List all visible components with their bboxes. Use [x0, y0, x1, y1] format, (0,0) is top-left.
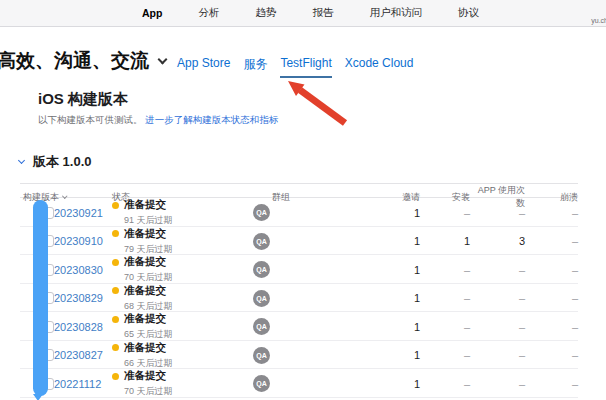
status-dot-icon: [112, 287, 119, 294]
installs-value: –: [420, 349, 470, 361]
section-title: iOS 构建版本: [38, 90, 128, 109]
invites-value: 1: [342, 349, 420, 361]
status-dot-icon: [112, 202, 119, 209]
section-description: 以下构建版本可供测试。 进一步了解构建版本状态和指标: [38, 114, 278, 127]
top-nav-items: App 分析 趋势 报告 用户和访问 协议: [142, 0, 606, 26]
invites-value: 1: [342, 321, 420, 333]
nav-item-analytics[interactable]: 分析: [198, 6, 219, 20]
build-link[interactable]: 20230921: [54, 207, 112, 219]
table-row[interactable]: 20230829 准备提交 68 天后过期 QA 1 – – –: [20, 284, 578, 313]
sort-chevron-icon: [62, 194, 67, 199]
chevron-down-icon[interactable]: [158, 54, 168, 64]
build-expiry: 79 天后过期: [124, 243, 250, 256]
build-expiry: 68 天后过期: [124, 300, 250, 313]
app-title: 高效、沟通、交流: [0, 48, 166, 74]
build-link[interactable]: 20221112: [54, 378, 112, 390]
crashes-value: –: [525, 264, 578, 276]
status-dot-icon: [112, 373, 119, 380]
app-store-connect-screen: App 分析 趋势 报告 用户和访问 协议 yu.ch 高效、沟通、交流 App…: [0, 0, 606, 400]
status-dot-icon: [112, 316, 119, 323]
learn-more-link[interactable]: 进一步了解构建版本状态和指标: [145, 114, 278, 125]
installs-value: 1: [420, 235, 470, 247]
nav-item-agreements[interactable]: 协议: [458, 6, 479, 20]
build-expiry: 70 天后过期: [124, 385, 250, 398]
crashes-value: –: [525, 321, 578, 333]
build-status: 准备提交: [124, 341, 166, 355]
build-link[interactable]: 20230830: [54, 264, 112, 276]
build-link[interactable]: 20230827: [54, 349, 112, 361]
blue-scroll-indicator[interactable]: [33, 200, 48, 396]
build-expiry: 65 天后过期: [124, 328, 250, 341]
build-link[interactable]: 20230828: [54, 321, 112, 333]
sessions-value: –: [470, 349, 525, 361]
group-qa-badge[interactable]: QA: [253, 261, 270, 278]
table-row[interactable]: 20230910 准备提交 79 天后过期 QA 1 1 3 –: [20, 227, 578, 256]
table-row[interactable]: 20230830 准备提交 70 天后过期 QA 1 – – –: [20, 255, 578, 284]
sessions-value: –: [470, 321, 525, 333]
column-header-groups: 群组: [250, 191, 342, 204]
installs-value: –: [420, 207, 470, 219]
crashes-value: –: [525, 235, 578, 247]
build-status: 准备提交: [124, 227, 166, 241]
installs-value: –: [420, 264, 470, 276]
top-navigation: App 分析 趋势 报告 用户和访问 协议: [0, 0, 606, 27]
group-qa-badge[interactable]: QA: [253, 375, 270, 392]
tab-services[interactable]: 服务: [243, 56, 267, 78]
build-expiry: 70 天后过期: [124, 271, 250, 284]
nav-item-reports[interactable]: 报告: [312, 6, 333, 20]
account-name[interactable]: yu.ch: [591, 17, 606, 24]
group-qa-badge[interactable]: QA: [253, 233, 270, 250]
status-dot-icon: [112, 230, 119, 237]
sessions-value: –: [470, 207, 525, 219]
build-link[interactable]: 20230910: [54, 235, 112, 247]
build-status: 准备提交: [124, 369, 166, 383]
invites-value: 1: [342, 235, 420, 247]
table-header-row: 构建版本 状态 群组 邀请 安装 APP 使用次数 崩溃: [20, 183, 578, 198]
build-link[interactable]: 20230829: [54, 292, 112, 304]
table-row[interactable]: 20230827 准备提交 66 天后过期 QA 1 – – –: [20, 341, 578, 370]
installs-value: –: [420, 321, 470, 333]
app-tabs: App Store 服务 TestFlight Xcode Cloud: [177, 56, 413, 78]
group-qa-badge[interactable]: QA: [253, 347, 270, 364]
invites-value: 1: [342, 207, 420, 219]
table-row[interactable]: 20230828 准备提交 65 天后过期 QA 1 – – –: [20, 312, 578, 341]
tab-app-store[interactable]: App Store: [177, 56, 230, 78]
installs-value: –: [420, 378, 470, 390]
tab-testflight[interactable]: TestFlight: [280, 56, 331, 78]
nav-item-app[interactable]: App: [142, 7, 162, 19]
table-row[interactable]: 20221112 准备提交 70 天后过期 QA 1 – – –: [20, 369, 578, 398]
tab-xcode-cloud[interactable]: Xcode Cloud: [345, 56, 414, 78]
build-status: 准备提交: [124, 198, 166, 212]
sessions-value: –: [470, 264, 525, 276]
crashes-value: –: [525, 207, 578, 219]
builds-table: 构建版本 状态 群组 邀请 安装 APP 使用次数 崩溃 20230921 准备…: [20, 183, 578, 398]
invites-value: 1: [342, 264, 420, 276]
build-expiry: 66 天后过期: [124, 357, 250, 370]
nav-item-users-access[interactable]: 用户和访问: [369, 6, 422, 20]
version-label: 版本 1.0.0: [33, 153, 92, 171]
build-status: 准备提交: [124, 284, 166, 298]
status-dot-icon: [112, 344, 119, 351]
sessions-value: –: [470, 378, 525, 390]
invites-value: 1: [342, 378, 420, 390]
build-status: 准备提交: [124, 255, 166, 269]
crashes-value: –: [525, 349, 578, 361]
group-qa-badge[interactable]: QA: [253, 204, 270, 221]
collapse-chevron-icon[interactable]: [18, 157, 25, 164]
invites-value: 1: [342, 292, 420, 304]
column-header-build[interactable]: 构建版本: [20, 191, 112, 204]
crashes-value: –: [525, 292, 578, 304]
nav-item-trends[interactable]: 趋势: [255, 6, 276, 20]
installs-value: –: [420, 292, 470, 304]
build-status: 准备提交: [124, 312, 166, 326]
group-qa-badge[interactable]: QA: [253, 318, 270, 335]
column-header-invites: 邀请: [342, 191, 420, 204]
sessions-value: 3: [470, 235, 525, 247]
sessions-value: –: [470, 292, 525, 304]
group-qa-badge[interactable]: QA: [253, 290, 270, 307]
build-expiry: 91 天后过期: [124, 214, 250, 227]
column-header-crashes: 崩溃: [525, 191, 578, 204]
crashes-value: –: [525, 378, 578, 390]
app-title-text: 高效、沟通、交流: [0, 48, 149, 74]
version-group-header[interactable]: 版本 1.0.0: [19, 153, 92, 171]
